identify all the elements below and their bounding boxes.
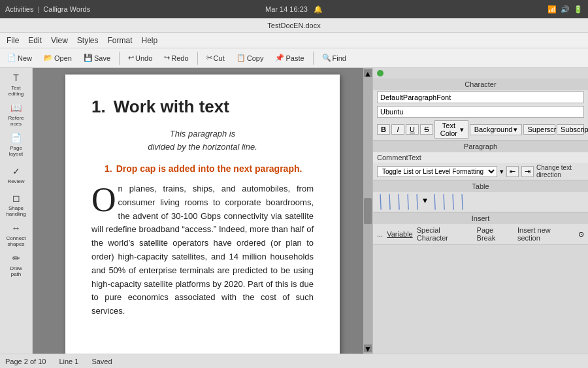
heading-number: 1. [91, 94, 106, 120]
notification-icon[interactable]: 🔔 [314, 5, 323, 13]
menu-view[interactable]: View [47, 35, 72, 46]
dropcap-letter: O [91, 186, 116, 214]
app-name-label: Calligra Words [43, 5, 90, 13]
redo-button[interactable]: ↪ Redo [159, 52, 193, 64]
sidebar-item-page-layout[interactable]: 📄 Pagelayout [2, 131, 31, 159]
battery-icon: 🔋 [574, 5, 583, 14]
activities-button[interactable]: Activities [5, 5, 33, 13]
cut-button[interactable]: ✂ Cut [202, 52, 229, 64]
app-window: TestDocEN.docx File Edit View Styles For… [0, 18, 588, 368]
draw-path-icon: ✏ [12, 253, 20, 264]
undo-icon: ↩ [128, 54, 134, 62]
indent-increase-button[interactable]: ⇥ [521, 166, 534, 177]
page-heading: 1. Work with text [91, 94, 314, 120]
audio-icon: 🔊 [561, 5, 570, 14]
paste-button[interactable]: 📌 Paste [270, 52, 308, 64]
status-circle [377, 70, 384, 76]
font-ubuntu-row [373, 105, 588, 119]
list-format-dropdown[interactable]: Toggle List or List Level Formatting [377, 166, 497, 177]
ellipsis-label: ... [377, 230, 383, 238]
new-button[interactable]: 📄 New [3, 52, 37, 64]
sidebar-item-connect-shapes[interactable]: ↔ Connectshapes [2, 221, 31, 250]
page-break-button[interactable]: Page Break [477, 226, 514, 242]
open-icon: 📂 [44, 54, 53, 62]
menu-help[interactable]: Help [138, 35, 162, 46]
find-button[interactable]: 🔍 Find [318, 52, 351, 64]
page-layout-icon: 📄 [10, 133, 22, 144]
menu-edit[interactable]: Edit [24, 35, 46, 46]
font-family-input[interactable] [377, 106, 584, 118]
heading-text: Work with text [114, 94, 229, 120]
special-char-button[interactable]: Special Character [417, 226, 473, 242]
table-icon-dropdown[interactable]: ▾ [423, 195, 427, 209]
title-bar: TestDocEN.docx [0, 18, 588, 33]
cut-icon: ✂ [206, 54, 212, 62]
menu-styles[interactable]: Styles [73, 35, 103, 46]
text-editing-icon: T [13, 73, 19, 84]
strikethrough-button[interactable]: S [420, 124, 433, 135]
paste-icon: 📌 [275, 54, 284, 62]
variable-button[interactable]: Variable [387, 230, 413, 238]
save-button[interactable]: 💾 Save [79, 52, 115, 64]
comment-text-row: CommentText [373, 152, 588, 163]
underline-button[interactable]: U [406, 124, 419, 135]
scroll-down-arrow[interactable]: ▼ [364, 344, 372, 352]
menu-format[interactable]: Format [104, 35, 137, 46]
character-section: Character B I U S Text Color ▾ [373, 78, 588, 141]
table-icons-row: ╱ ╱ ╱ ╱ ╱ ▾ ╱ ╱ ╱ ╱ [373, 192, 588, 212]
font-name-input[interactable] [377, 92, 584, 103]
sidebar-item-references[interactable]: 📖 References [2, 101, 31, 129]
insert-radio-button[interactable]: ⊙ [578, 230, 584, 239]
sidebar-item-draw-path[interactable]: ✏ Drawpath [2, 251, 31, 280]
superscript-button[interactable]: Superscript [523, 124, 555, 135]
main-area: T Textediting 📖 References 📄 Pagelayout … [0, 68, 588, 354]
system-topbar: Activities | Calligra Words Mar 14 16:23… [0, 0, 588, 18]
format-buttons-row: B I U S Text Color ▾ Background ▾ Supers… [373, 119, 588, 140]
change-text-dir-label: Change text direction [536, 164, 584, 178]
document-page[interactable]: 1. Work with text This paragraph is divi… [65, 75, 340, 354]
find-icon: 🔍 [322, 54, 331, 62]
indent-decrease-button[interactable]: ⇤ [506, 166, 519, 177]
sidebar-item-review[interactable]: ✓ Review [2, 161, 31, 190]
insert-header: Insert [373, 212, 588, 224]
network-icon: 📶 [547, 5, 557, 14]
open-button[interactable]: 📂 Open [39, 52, 76, 64]
menu-bar: File Edit View Styles Format Help [0, 33, 588, 48]
background-button[interactable]: Background ▾ [470, 124, 523, 135]
toolbar-separator-2 [197, 52, 198, 65]
status-bar: Page 2 of 10 Line 1 Saved [0, 354, 588, 368]
dropdown-icon: ▾ [500, 167, 504, 176]
scroll-up-arrow[interactable]: ▲ [364, 69, 372, 77]
toolbar-separator-1 [119, 52, 120, 65]
document-area[interactable]: 1. Work with text This paragraph is divi… [33, 68, 372, 354]
window-title: TestDocEN.docx [267, 22, 320, 29]
sidebar-item-text-editing[interactable]: T Textediting [2, 71, 31, 99]
menu-file[interactable]: File [3, 35, 23, 46]
list-format-row: Toggle List or List Level Formatting ▾ ⇤… [373, 163, 588, 180]
shape-handling-icon: ◻ [12, 193, 20, 204]
undo-button[interactable]: ↩ Undo [123, 52, 157, 64]
dropcap-paragraph: O n planes, trains, ships, and automobil… [91, 182, 314, 318]
vertical-scrollbar[interactable]: ▲ ▼ [363, 68, 372, 354]
green-status-row [373, 68, 588, 78]
text-color-button[interactable]: Text Color ▾ [434, 120, 468, 139]
scroll-thumb[interactable] [364, 198, 372, 224]
review-icon: ✓ [12, 166, 20, 177]
dropdown-arrow-icon: ▾ [460, 125, 464, 134]
body-text: n planes, trains, ships, and automobiles… [91, 184, 314, 316]
copy-icon: 📋 [237, 54, 246, 62]
bold-button[interactable]: B [377, 124, 390, 135]
font-name-row [373, 90, 588, 105]
save-icon: 💾 [84, 54, 93, 62]
line-info: Line 1 [59, 358, 78, 365]
toolbar: 📄 New 📂 Open 💾 Save ↩ Undo ↪ Redo ✂ Cut … [0, 48, 588, 68]
sidebar-item-shape-handling[interactable]: ◻ Shapehandling [2, 191, 31, 220]
page-info: Page 2 of 10 [5, 358, 46, 365]
copy-button[interactable]: 📋 Copy [232, 52, 269, 64]
character-header: Character [373, 78, 588, 90]
italic-button[interactable]: I [391, 124, 404, 135]
subscript-button[interactable]: Subscript [557, 124, 584, 135]
table-section: Table ╱ ╱ ╱ ╱ ╱ ▾ ╱ ╱ ╱ ╱ [373, 180, 588, 212]
comment-text-label: CommentText [377, 154, 421, 161]
insert-new-section-button[interactable]: Insert new section [517, 226, 574, 242]
